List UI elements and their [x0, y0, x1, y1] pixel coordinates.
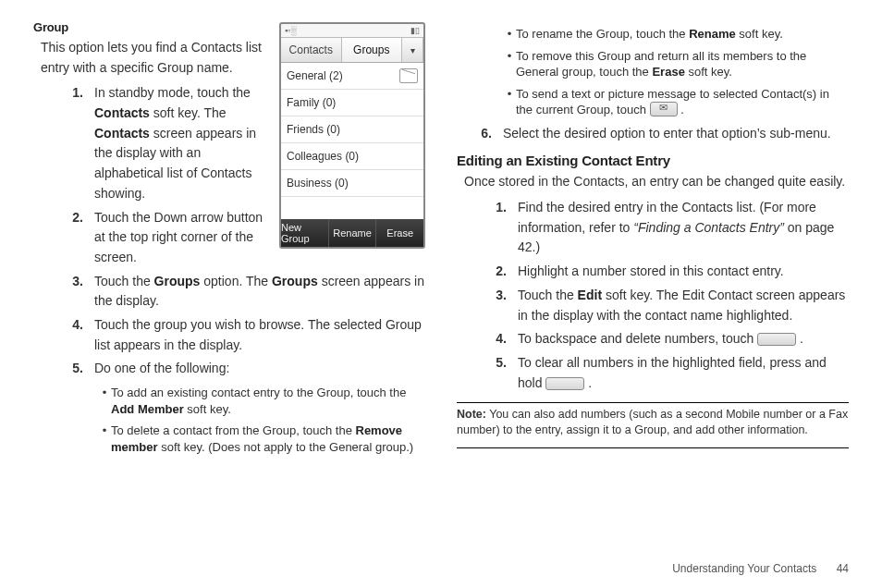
softkey-rename: Rename — [329, 219, 377, 247]
group-row: Friends (0) — [281, 116, 423, 143]
step-item: 3. Touch the Edit soft key. The Edit Con… — [484, 286, 849, 325]
group-sub-bullets: • To add an existing contact entry to th… — [98, 385, 425, 455]
step-number: 3. — [61, 272, 94, 312]
bullet-text: To rename the Group, touch the Rename so… — [516, 26, 849, 43]
note-rule-top — [457, 402, 849, 403]
step-item: 5. Do one of the following: — [61, 359, 425, 379]
step-text: Do one of the following: — [94, 359, 425, 379]
group-row: Family (0) — [281, 90, 423, 116]
bullet-dot: • — [98, 385, 111, 417]
step-item: 4. Touch the group you wish to browse. T… — [61, 315, 425, 355]
softkey-new-group: New Group — [281, 219, 329, 247]
step-item: 5. To clear all numbers in the highlight… — [484, 353, 849, 393]
step-text: To backspace and delete numbers, touch . — [518, 329, 849, 349]
step-item: 4. To backspace and delete numbers, touc… — [484, 329, 849, 349]
bullet-item: • To delete a contact from the Group, to… — [98, 423, 425, 455]
bullet-text: To delete a contact from the Group, touc… — [111, 423, 425, 455]
bullet-item: • To send a text or picture message to s… — [503, 86, 849, 118]
right-top-bullets: • To rename the Group, touch the Rename … — [503, 26, 849, 118]
softkey-erase: Erase — [376, 219, 423, 247]
phone-softkeys: New Group Rename Erase — [281, 219, 423, 247]
group-intro: This option lets you find a Contacts lis… — [41, 38, 281, 78]
step-number: 4. — [484, 329, 518, 349]
step-text: Select the desired option to enter that … — [503, 124, 849, 144]
page-footer: Understanding Your Contacts 44 — [672, 562, 849, 575]
step-number: 1. — [484, 198, 518, 258]
note-rule-bottom — [457, 447, 849, 448]
battery-icon: ▮▯ — [410, 26, 420, 35]
step-number: 1. — [61, 83, 94, 203]
envelope-button-icon — [650, 102, 678, 116]
step-number: 2. — [61, 208, 94, 268]
step-text: Highlight a number stored in this contac… — [518, 262, 849, 282]
footer-page-number: 44 — [837, 562, 849, 575]
phone-status-bar: ▪▫░ ▮▯ — [281, 24, 423, 38]
envelope-icon — [399, 68, 418, 83]
group-label: Family (0) — [287, 96, 336, 109]
right-column: • To rename the Group, touch the Rename … — [457, 20, 849, 460]
bullet-text: To send a text or picture message to sel… — [516, 86, 849, 118]
tab-dropdown-arrow: ▾ — [402, 38, 423, 62]
phone-group-list: General (2) Family (0) Friends (0) Colle… — [281, 63, 423, 219]
note-text: Note: You can also add numbers (such as … — [457, 407, 849, 438]
bullet-text: To remove this Group and return all its … — [516, 48, 849, 80]
left-column: ▪▫░ ▮▯ Contacts Groups ▾ General (2) Fam… — [33, 20, 425, 460]
hold-button-icon — [545, 377, 584, 390]
bullet-dot: • — [503, 48, 516, 80]
tab-groups: Groups — [342, 38, 403, 62]
signal-icon: ▪▫░ — [285, 26, 297, 35]
group-row: Business (0) — [281, 170, 423, 197]
group-label: Friends (0) — [287, 123, 340, 136]
step-number: 5. — [484, 353, 518, 393]
step-text: In standby mode, touch the Contacts soft… — [94, 83, 270, 203]
step-item: 2. Touch the Down arrow button at the to… — [61, 208, 270, 268]
editing-heading: Editing an Existing Contact Entry — [457, 153, 849, 168]
group-row: Colleagues (0) — [281, 143, 423, 170]
step-text: To clear all numbers in the highlighted … — [518, 353, 849, 393]
step-text: Touch the Edit soft key. The Edit Contac… — [518, 286, 849, 325]
step-text: Find the desired entry in the Contacts l… — [518, 198, 849, 258]
step-text: Touch the Down arrow button at the top r… — [94, 208, 270, 268]
group-label: Colleagues (0) — [287, 150, 359, 163]
group-label: Business (0) — [287, 177, 349, 190]
step-item: 1. Find the desired entry in the Contact… — [484, 198, 849, 258]
tab-contacts: Contacts — [281, 38, 342, 62]
phone-tabs: Contacts Groups ▾ — [281, 38, 423, 63]
two-columns: ▪▫░ ▮▯ Contacts Groups ▾ General (2) Fam… — [33, 20, 849, 460]
bullet-item: • To remove this Group and return all it… — [503, 48, 849, 80]
step-item: 3. Touch the Groups option. The Groups s… — [61, 272, 425, 312]
page: ▪▫░ ▮▯ Contacts Groups ▾ General (2) Fam… — [0, 0, 882, 588]
step-item: 2. Highlight a number stored in this con… — [484, 262, 849, 282]
step-six-list: 6. Select the desired option to enter th… — [470, 124, 849, 144]
step-item: 1. In standby mode, touch the Contacts s… — [61, 83, 270, 203]
footer-section: Understanding Your Contacts — [672, 562, 816, 575]
note-label: Note: — [457, 408, 486, 421]
bullet-dot: • — [503, 86, 516, 118]
step-text: Touch the group you wish to browse. The … — [94, 315, 425, 355]
step-number: 4. — [61, 315, 94, 355]
step-item: 6. Select the desired option to enter th… — [470, 124, 849, 144]
step-number: 3. — [484, 286, 518, 325]
phone-screenshot: ▪▫░ ▮▯ Contacts Groups ▾ General (2) Fam… — [279, 22, 425, 249]
bullet-item: • To rename the Group, touch the Rename … — [503, 26, 849, 43]
step-number: 6. — [470, 124, 503, 144]
bullet-dot: • — [98, 423, 111, 455]
group-label: General (2) — [287, 69, 343, 82]
step-number: 2. — [484, 262, 518, 282]
step-text: Touch the Groups option. The Groups scre… — [94, 272, 425, 312]
group-row: General (2) — [281, 63, 423, 90]
editing-intro: Once stored in the Contacts, an entry ca… — [464, 172, 849, 192]
backspace-button-icon — [757, 333, 796, 346]
editing-steps: 1. Find the desired entry in the Contact… — [484, 198, 849, 393]
bullet-item: • To add an existing contact entry to th… — [98, 385, 425, 417]
step-number: 5. — [61, 359, 94, 379]
bullet-dot: • — [503, 26, 516, 43]
bullet-text: To add an existing contact entry to the … — [111, 385, 425, 417]
